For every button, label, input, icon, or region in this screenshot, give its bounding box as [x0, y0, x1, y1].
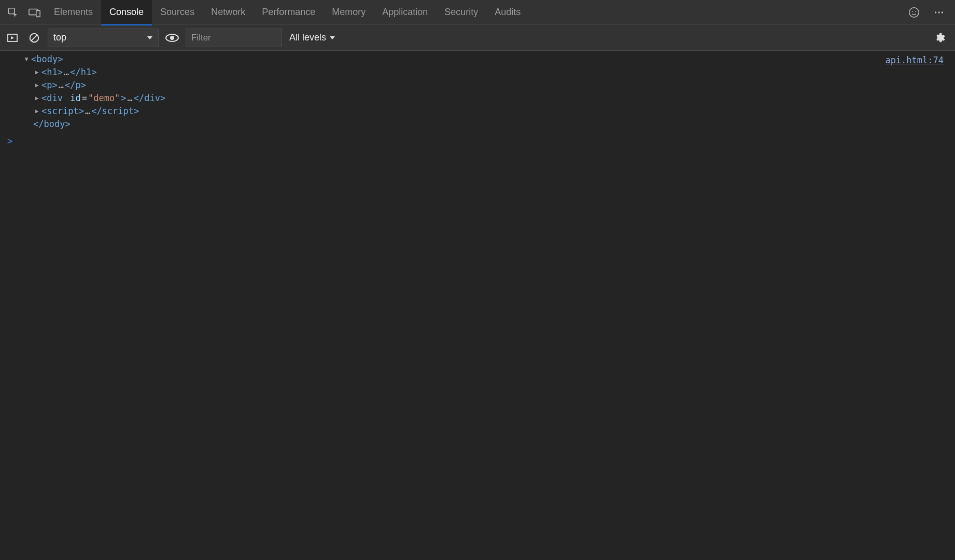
tab-security[interactable]: Security — [436, 0, 486, 25]
tree-node-body[interactable]: ▼ <body> — [23, 53, 955, 66]
svg-point-7 — [938, 11, 939, 13]
ellipsis: … — [64, 66, 69, 79]
feedback-smiley-icon[interactable] — [903, 0, 925, 25]
svg-marker-13 — [147, 36, 152, 39]
tab-network[interactable]: Network — [203, 0, 254, 25]
device-toolbar-icon[interactable] — [24, 0, 46, 25]
tag-close: </p> — [65, 79, 86, 92]
console-log-area: api.html:74 ▼ <body> ▶ <h1>…</h1> ▶ <p>…… — [0, 51, 955, 149]
tag-close: </div> — [134, 92, 165, 105]
tab-performance[interactable]: Performance — [254, 0, 324, 25]
source-link[interactable]: api.html:74 — [885, 54, 944, 67]
attr-value: "demo" — [88, 92, 120, 105]
expand-arrow-icon[interactable]: ▶ — [33, 92, 40, 105]
tag-open: <h1> — [41, 66, 63, 79]
svg-line-12 — [32, 35, 37, 40]
ellipsis: … — [85, 105, 90, 118]
console-settings-icon[interactable] — [931, 30, 948, 46]
more-options-icon[interactable] — [928, 0, 950, 25]
filter-input[interactable] — [186, 29, 282, 47]
tree-node-script[interactable]: ▶ <script>…</script> — [23, 105, 955, 118]
tree-node-p[interactable]: ▶ <p>…</p> — [23, 79, 955, 92]
tab-application[interactable]: Application — [374, 0, 436, 25]
tag-open: <body> — [31, 53, 63, 66]
tag-close: </h1> — [70, 66, 96, 79]
tag-open-end: > — [121, 92, 126, 105]
execution-context-select[interactable]: top — [48, 29, 159, 47]
tab-memory[interactable]: Memory — [324, 0, 374, 25]
collapse-arrow-icon[interactable]: ▼ — [23, 53, 30, 66]
toggle-sidebar-icon[interactable] — [4, 30, 21, 46]
svg-marker-10 — [11, 36, 14, 39]
inspect-element-icon[interactable] — [2, 0, 24, 25]
tree-node-h1[interactable]: ▶ <h1>…</h1> — [23, 66, 955, 79]
ellipsis: … — [59, 79, 64, 92]
tree-node-body-close: </body> — [23, 118, 955, 131]
tab-console[interactable]: Console — [101, 0, 152, 25]
chevron-down-icon — [147, 35, 153, 41]
chevron-down-icon — [329, 35, 335, 41]
svg-point-5 — [915, 11, 916, 12]
tab-audits[interactable]: Audits — [486, 0, 529, 25]
svg-marker-16 — [330, 36, 335, 39]
svg-point-15 — [170, 36, 174, 40]
equals: = — [82, 92, 87, 105]
svg-rect-2 — [36, 10, 40, 17]
devtools-top-tabs: Elements Console Sources Network Perform… — [0, 0, 955, 25]
prompt-caret-icon: > — [7, 135, 12, 148]
svg-point-8 — [942, 11, 943, 13]
log-levels-select[interactable]: All levels — [287, 29, 338, 47]
tag-close: </script> — [91, 105, 139, 118]
tag-open: <div — [41, 92, 63, 105]
svg-point-6 — [935, 11, 936, 13]
expand-arrow-icon[interactable]: ▶ — [33, 105, 40, 118]
tag-close: </body> — [33, 118, 71, 131]
clear-console-icon[interactable] — [26, 30, 43, 46]
live-expression-icon[interactable] — [164, 30, 180, 46]
tag-open: <script> — [41, 105, 84, 118]
tab-elements[interactable]: Elements — [46, 0, 101, 25]
svg-point-3 — [909, 7, 919, 17]
tab-sources[interactable]: Sources — [152, 0, 203, 25]
tag-open: <p> — [41, 79, 58, 92]
log-entry: api.html:74 ▼ <body> ▶ <h1>…</h1> ▶ <p>…… — [0, 51, 955, 133]
console-toolbar: top All levels — [0, 25, 955, 51]
console-prompt[interactable]: > — [0, 133, 955, 149]
ellipsis: … — [128, 92, 133, 105]
svg-point-4 — [912, 11, 913, 12]
execution-context-value: top — [53, 32, 66, 43]
expand-arrow-icon[interactable]: ▶ — [33, 66, 40, 79]
dom-tree: ▼ <body> ▶ <h1>…</h1> ▶ <p>…</p> ▶ <div … — [0, 53, 955, 131]
expand-arrow-icon[interactable]: ▶ — [33, 79, 40, 92]
attr-name: id — [70, 92, 80, 105]
tree-node-div[interactable]: ▶ <div id="demo">…</div> — [23, 92, 955, 105]
log-levels-label: All levels — [289, 32, 326, 43]
